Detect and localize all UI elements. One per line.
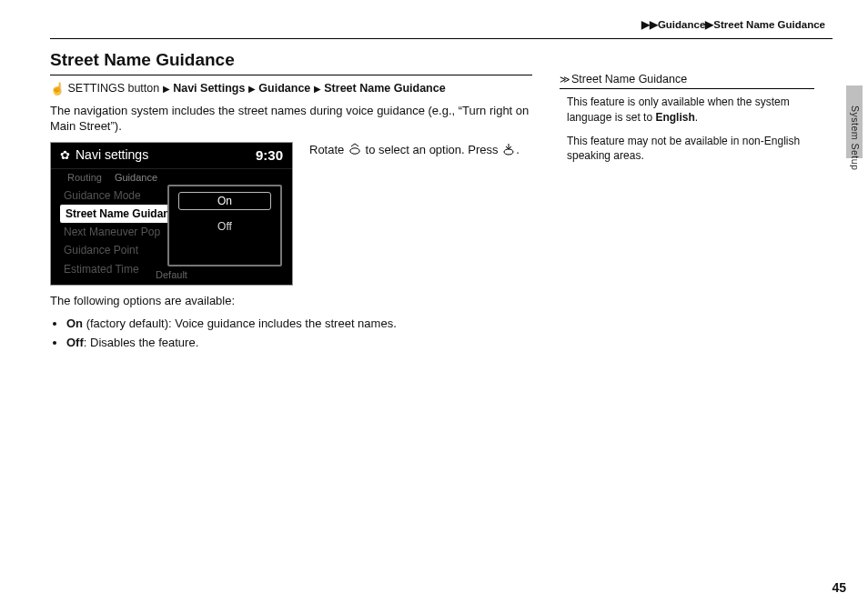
breadcrumb-arrows-icon: ▶▶ <box>641 19 658 30</box>
instruction-text: Rotate to select an option. Press . <box>309 142 520 286</box>
path-seg2: Guidance <box>258 82 310 95</box>
settings-path: ☝ SETTINGS button ▶ Navi Settings ▶ Guid… <box>50 81 532 97</box>
instr-part2: to select an option. Press <box>362 143 501 156</box>
navi-screenshot: ✿ Navi settings 9:30 Routing Guidance Gu… <box>50 142 293 286</box>
options-intro: The following options are available: <box>50 293 532 309</box>
options-list: On (factory default): Voice guidance inc… <box>50 316 532 350</box>
screenshot-footer: Default <box>51 268 292 282</box>
page-content: ▶▶Guidance▶Street Name Guidance Street N… <box>50 18 833 353</box>
top-rule <box>50 38 833 39</box>
path-prefix: SETTINGS button <box>65 82 163 95</box>
side-note-1c: . <box>695 111 698 124</box>
side-heading-text: Street Name Guidance <box>571 72 687 87</box>
press-dial-icon <box>501 143 516 156</box>
side-heading-icon: ≫ <box>560 73 568 86</box>
title-rule <box>50 75 532 75</box>
path-seg3: Street Name Guidance <box>324 82 445 95</box>
screenshot-tab-guidance: Guidance <box>115 171 157 185</box>
side-note-2: This feature may not be available in non… <box>560 134 814 163</box>
path-arrow-icon: ▶ <box>248 84 256 94</box>
breadcrumb-seg2: Street Name Guidance <box>713 19 825 30</box>
instr-part1: Rotate <box>309 143 348 156</box>
path-arrow-icon: ▶ <box>163 84 170 94</box>
screenshot-clock: 9:30 <box>256 146 283 165</box>
section-label: System Setup <box>849 106 862 170</box>
intro-text: The navigation system includes the stree… <box>50 103 532 135</box>
svg-point-1 <box>504 149 513 155</box>
path-seg1: Navi Settings <box>173 82 245 95</box>
side-note-1b: English <box>655 111 694 124</box>
breadcrumb-seg1: Guidance <box>658 19 705 30</box>
option-on: On (factory default): Voice guidance inc… <box>66 316 532 332</box>
rotate-dial-icon <box>348 143 362 156</box>
breadcrumb-sep-icon: ▶ <box>705 19 713 30</box>
side-column: ≫ Street Name Guidance This feature is o… <box>560 48 814 354</box>
option-off-desc: : Disables the feature. <box>84 336 198 349</box>
page-number: 45 <box>832 579 846 597</box>
side-note-1: This feature is only available when the … <box>560 95 814 124</box>
screenshot-menu-item: Next Maneuver Pop <box>60 223 183 241</box>
option-on-label: On <box>66 317 83 330</box>
option-off-label: Off <box>66 336 84 349</box>
path-arrow-icon: ▶ <box>314 84 321 94</box>
screenshot-tab-routing: Routing <box>67 171 102 185</box>
screenshot-menu-item-selected: Street Name Guidan <box>60 205 183 223</box>
side-heading: ≫ Street Name Guidance <box>560 72 814 90</box>
gear-icon: ✿ <box>60 147 70 164</box>
option-on-desc: (factory default): Voice guidance includ… <box>83 317 397 330</box>
svg-point-0 <box>350 148 359 154</box>
page-title: Street Name Guidance <box>50 48 532 72</box>
screenshot-option-on: On <box>178 192 271 210</box>
hand-icon: ☝ <box>50 82 65 95</box>
screenshot-menu-item: Guidance Point <box>60 241 183 259</box>
screenshot-popup: On Off <box>167 185 282 266</box>
screenshot-title: Navi settings <box>76 146 148 164</box>
option-off: Off: Disables the feature. <box>66 335 532 351</box>
screenshot-menu-item: Guidance Mode <box>60 186 183 205</box>
breadcrumb: ▶▶Guidance▶Street Name Guidance <box>50 18 833 33</box>
instr-part3: . <box>516 143 520 156</box>
screenshot-option-off: Off <box>169 214 280 239</box>
main-column: Street Name Guidance ☝ SETTINGS button ▶… <box>50 48 532 354</box>
